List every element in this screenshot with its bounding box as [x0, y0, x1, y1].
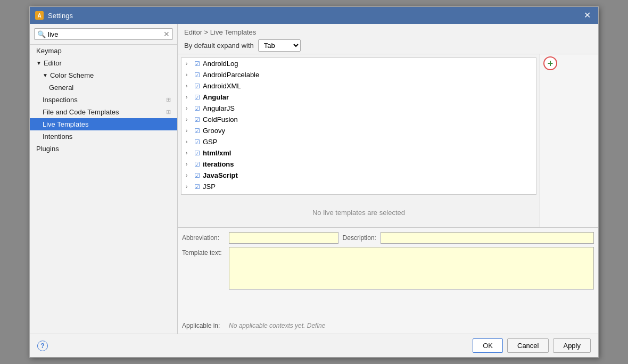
template-text-input[interactable] [229, 247, 594, 289]
sidebar-item-general[interactable]: General [30, 81, 177, 94]
window-title: Settings [48, 12, 73, 20]
check-icon: ☑ [194, 94, 200, 101]
list-item[interactable]: › ☑ AndroidLog [181, 58, 536, 69]
dialog-body: 🔍 ✕ Keymap ▼ Editor ▼ Color Scheme Gener… [30, 24, 598, 334]
editor-toggle-icon: ▼ [36, 60, 42, 66]
apply-button[interactable]: Apply [553, 338, 591, 353]
group-name: iterations [203, 160, 234, 168]
chevron-icon: › [186, 94, 192, 100]
description-input[interactable] [381, 232, 594, 244]
list-item[interactable]: › ☑ JavaScript [181, 170, 536, 181]
chevron-icon: › [186, 105, 192, 111]
breadcrumb-editor: Editor [184, 28, 202, 36]
chevron-icon: › [186, 172, 192, 178]
check-icon: ☑ [194, 60, 200, 68]
template-list: › ☑ AndroidLog › ☑ AndroidParcelable › ☑ [181, 57, 536, 195]
sidebar-item-editor[interactable]: ▼ Editor [30, 57, 177, 69]
add-button[interactable]: + [543, 56, 557, 70]
chevron-icon: › [186, 139, 192, 145]
sidebar-item-live-templates[interactable]: Live Templates [30, 118, 177, 130]
sidebar-item-intentions[interactable]: Intentions [30, 130, 177, 143]
group-name: ColdFusion [203, 115, 238, 123]
group-name: GSP [203, 138, 217, 146]
list-item[interactable]: › ☑ Angular [181, 92, 536, 103]
expand-select[interactable]: Tab Enter Space [258, 39, 301, 52]
template-text-label: Template text: [182, 247, 225, 257]
abbreviation-input[interactable] [229, 232, 338, 244]
list-item[interactable]: › ☑ AndroidParcelable [181, 69, 536, 80]
check-icon: ☑ [194, 138, 200, 146]
chevron-icon: › [186, 61, 192, 67]
expand-label: By default expand with [184, 42, 254, 49]
check-icon: ☑ [194, 183, 200, 191]
right-panel: + 1. Live Template 2. Template Group... [540, 54, 598, 227]
color-scheme-toggle-icon: ▼ [43, 72, 48, 78]
check-icon: ☑ [194, 71, 200, 79]
check-icon: ☑ [194, 194, 200, 195]
group-name: AndroidParcelable [203, 71, 259, 79]
list-item[interactable]: › ☑ Groovy [181, 125, 536, 136]
settings-dialog: A Settings ✕ 🔍 ✕ Keymap ▼ Editor ▼ [29, 6, 599, 358]
help-button[interactable]: ? [37, 341, 48, 351]
group-name: JSP [203, 183, 216, 191]
chevron-icon: › [186, 184, 192, 189]
sidebar-item-color-scheme[interactable]: ▼ Color Scheme [30, 69, 177, 81]
check-icon: ☑ [194, 127, 200, 135]
toolbar-row: By default expand with Tab Enter Space [184, 39, 592, 52]
content-header: Editor > Live Templates By default expan… [178, 24, 598, 54]
ok-button[interactable]: OK [473, 338, 503, 353]
sidebar-item-keymap[interactable]: Keymap [30, 45, 177, 57]
group-name: Kotlin [203, 194, 220, 195]
chevron-icon: › [186, 117, 192, 122]
sidebar: 🔍 ✕ Keymap ▼ Editor ▼ Color Scheme Gener… [30, 24, 178, 334]
dialog-footer: ? OK Cancel Apply [30, 334, 598, 357]
close-button[interactable]: ✕ [582, 10, 593, 21]
check-icon: ☑ [194, 150, 200, 157]
list-item[interactable]: › ☑ JSP [181, 181, 536, 192]
check-icon: ☑ [194, 172, 200, 179]
content-area: Editor > Live Templates By default expan… [178, 24, 598, 334]
search-clear-icon[interactable]: ✕ [163, 30, 170, 38]
group-name: AndroidLog [203, 60, 238, 68]
check-icon: ☑ [194, 105, 200, 112]
sidebar-item-file-code-templates[interactable]: File and Code Templates ⊞ [30, 106, 177, 118]
app-icon: A [35, 11, 44, 20]
list-item[interactable]: › ☑ ColdFusion [181, 114, 536, 125]
group-name: AndroidXML [203, 82, 241, 90]
list-item[interactable]: › ☑ AngularJS [181, 103, 536, 114]
title-bar-left: A Settings [35, 11, 73, 20]
title-bar: A Settings ✕ [30, 7, 598, 24]
file-code-templates-label: File and Code Templates [43, 108, 119, 116]
breadcrumb-page: Live Templates [210, 28, 256, 36]
search-wrap: 🔍 ✕ [34, 28, 173, 40]
chevron-icon: › [186, 72, 192, 78]
editor-label: Editor [44, 59, 62, 67]
description-label: Description: [343, 234, 376, 242]
group-name: html/xml [203, 149, 231, 157]
group-name: AngularJS [203, 104, 235, 112]
list-item[interactable]: › ☑ Kotlin [181, 192, 536, 195]
list-item[interactable]: › ☑ html/xml [181, 147, 536, 159]
list-item[interactable]: › ☑ GSP [181, 136, 536, 147]
chevron-icon: › [186, 150, 192, 156]
breadcrumb-sep: > [202, 28, 210, 36]
cancel-button[interactable]: Cancel [507, 338, 549, 353]
inspections-icon: ⊞ [166, 96, 171, 103]
group-name: JavaScript [203, 171, 238, 179]
chevron-icon: › [186, 161, 192, 167]
list-item[interactable]: › ☑ AndroidXML [181, 80, 536, 92]
group-name: Groovy [203, 127, 225, 135]
chevron-icon: › [186, 128, 192, 134]
check-icon: ☑ [194, 116, 200, 123]
detail-panel: Abbreviation: Description: Template text… [178, 227, 598, 334]
search-box: 🔍 ✕ [30, 24, 177, 45]
sidebar-item-inspections[interactable]: Inspections ⊞ [30, 94, 177, 106]
search-input[interactable] [48, 30, 163, 38]
sidebar-item-plugins[interactable]: Plugins [30, 143, 177, 155]
inspections-label: Inspections [43, 96, 78, 104]
applicable-label: Applicable in: [182, 322, 225, 329]
applicable-value: No applicable contexts yet. Define [229, 322, 325, 329]
search-icon: 🔍 [37, 30, 46, 38]
list-item[interactable]: › ☑ iterations [181, 159, 536, 170]
abbreviation-label: Abbreviation: [182, 234, 225, 242]
